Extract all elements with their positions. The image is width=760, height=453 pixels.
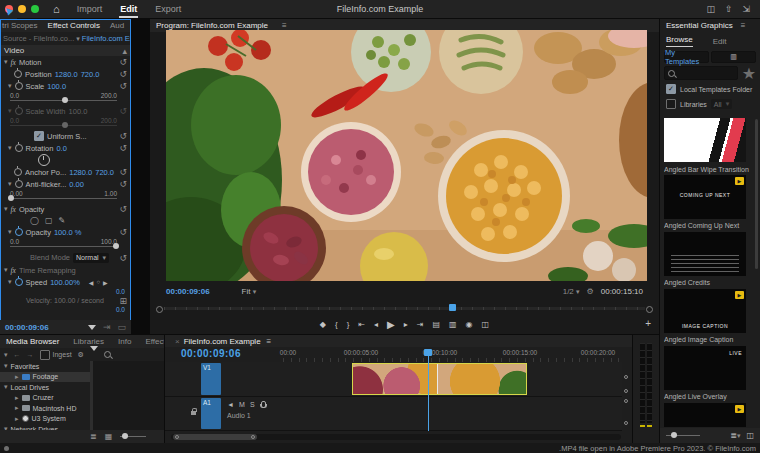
audio-meters-panel[interactable] bbox=[633, 335, 659, 443]
zoom-slider[interactable] bbox=[120, 436, 146, 437]
reset-icon[interactable]: ↺ bbox=[119, 253, 127, 263]
stopwatch-icon[interactable] bbox=[15, 278, 23, 286]
template-angled-image-caption[interactable]: IMAGE CAPTION▶Angled Image Caption bbox=[664, 289, 746, 343]
track-scrollbar[interactable] bbox=[624, 373, 630, 429]
chevron-down-icon[interactable]: ▾ bbox=[4, 351, 8, 359]
source-clip-name[interactable]: FileInfo.com Ex... bbox=[82, 34, 131, 43]
share-icon[interactable]: ⇧ bbox=[725, 4, 733, 14]
opacity-value[interactable]: 100.0 % bbox=[54, 228, 82, 237]
opacity-slider[interactable]: 0.0100.0 bbox=[0, 238, 131, 251]
templates-scrollbar[interactable] bbox=[755, 119, 758, 269]
local-templates-row[interactable]: ✓ Local Templates Folder bbox=[666, 84, 754, 94]
timeline-ruler[interactable]: 00:0000:00:05:0000:00:10:0000:00:15:0000… bbox=[283, 349, 622, 362]
search-input[interactable] bbox=[678, 69, 734, 78]
stopwatch-icon[interactable] bbox=[14, 70, 22, 78]
pen-mask-icon[interactable]: ✎ bbox=[59, 216, 66, 225]
position-row[interactable]: Position 1280.0 720.0 ↺ bbox=[0, 68, 131, 80]
ingest-checkbox[interactable] bbox=[40, 350, 50, 360]
menu-import[interactable]: Import bbox=[76, 2, 104, 16]
panel-menu-icon[interactable]: ≡ bbox=[741, 21, 746, 30]
essential-graphics-title[interactable]: Essential Graphics bbox=[666, 21, 733, 30]
my-templates-select[interactable]: My Templates bbox=[664, 51, 709, 63]
uniform-scale-checkbox[interactable]: ✓ bbox=[34, 131, 44, 141]
add-keyframe-icon[interactable]: ○ bbox=[96, 279, 100, 285]
template-thumbnail[interactable]: ▶ bbox=[664, 403, 746, 427]
rotation-dial[interactable] bbox=[38, 154, 50, 166]
tab-tri-scopes[interactable]: tri Scopes bbox=[2, 21, 38, 30]
thumbnail-view-icon[interactable]: ▦ bbox=[105, 432, 113, 441]
collapse-icon[interactable]: ▴ bbox=[122, 46, 127, 56]
tree-item-cruzer[interactable]: ▸Cruzer bbox=[0, 393, 90, 404]
libraries-checkbox[interactable] bbox=[666, 99, 676, 109]
template-angled-coming-up-next[interactable]: COMING UP NEXT▶Angled Coming Up Next bbox=[664, 175, 746, 229]
program-video-frame[interactable] bbox=[166, 30, 647, 281]
video-track-1[interactable]: V1 bbox=[165, 362, 622, 397]
template-angled-live-overlay[interactable]: LIVEAngled Live Overlay bbox=[664, 346, 746, 400]
position-x-value[interactable]: 1280.0 bbox=[55, 70, 78, 79]
timeline-clip[interactable] bbox=[352, 363, 527, 395]
minimize-window-button[interactable] bbox=[18, 5, 26, 13]
prev-keyframe-icon[interactable]: ◀ bbox=[89, 279, 94, 286]
menu-edit[interactable]: Edit bbox=[119, 2, 138, 18]
template-thumbnail[interactable] bbox=[664, 232, 746, 276]
reset-icon[interactable]: ↺ bbox=[119, 131, 127, 141]
search-box[interactable] bbox=[664, 66, 738, 80]
settings-wrench-icon[interactable]: ⚙ bbox=[587, 287, 594, 296]
ingest-toggle[interactable]: Ingest bbox=[40, 350, 72, 360]
button-editor-button[interactable]: + bbox=[645, 318, 651, 329]
timeline-hscrollbar[interactable] bbox=[171, 434, 621, 440]
anchor-x-value[interactable]: 1280.0 bbox=[69, 168, 92, 177]
next-keyframe-icon[interactable]: ▶ bbox=[103, 279, 108, 286]
program-playhead[interactable] bbox=[449, 304, 456, 311]
tree-item-favorites[interactable]: ▾Favorites bbox=[0, 361, 90, 372]
audio-track-1[interactable]: A1 ◄ M S Audio 1 bbox=[165, 397, 622, 431]
step-back-button[interactable]: ◂ bbox=[374, 320, 378, 329]
rect-mask-icon[interactable]: ▢ bbox=[45, 216, 53, 225]
workspaces-icon[interactable]: ◫ bbox=[706, 4, 715, 14]
filter-icon[interactable] bbox=[90, 351, 98, 358]
template-thumbnail[interactable] bbox=[664, 118, 746, 162]
tab-aud[interactable]: Aud bbox=[110, 21, 124, 30]
clip-segment-1[interactable] bbox=[353, 364, 437, 394]
panel-menu-icon[interactable]: ≡ bbox=[282, 21, 287, 30]
favorites-star-icon[interactable]: ★ bbox=[742, 64, 756, 83]
reset-icon[interactable]: ↺ bbox=[119, 57, 127, 67]
video-track-target[interactable]: V1 bbox=[201, 363, 221, 395]
template-thumbnail[interactable]: COMING UP NEXT▶ bbox=[664, 175, 746, 219]
lift-button[interactable]: ▤ bbox=[432, 320, 440, 329]
compare-icon[interactable]: ▭ bbox=[117, 322, 126, 332]
zoom-handle-left[interactable] bbox=[156, 306, 163, 313]
mark-out-button[interactable]: } bbox=[347, 320, 350, 329]
tab-effect-controls[interactable]: Effect Controls bbox=[48, 21, 100, 30]
tab-media-browser[interactable]: Media Browser bbox=[6, 337, 59, 346]
fullscreen-icon[interactable]: ⇲ bbox=[742, 4, 750, 14]
opacity-row[interactable]: ▾ Opacity 100.0 % ↺ bbox=[0, 226, 131, 238]
back-icon[interactable]: ← bbox=[14, 351, 21, 358]
rotation-row[interactable]: ▾ Rotation 0.0 ↺ bbox=[0, 142, 131, 154]
stopwatch-icon[interactable] bbox=[15, 82, 23, 90]
reset-icon[interactable]: ↺ bbox=[119, 143, 127, 153]
disclosure-icon[interactable]: ▸ bbox=[15, 373, 19, 381]
motion-effect-row[interactable]: ▾fx Motion ↺ bbox=[0, 56, 131, 68]
audio-track-target[interactable]: A1 bbox=[201, 398, 221, 429]
program-monitor-title[interactable]: Program: FileInfo.com Example bbox=[156, 21, 268, 30]
tree-item-u3-system[interactable]: ▸U3 System bbox=[0, 414, 90, 425]
zoom-handle-right[interactable] bbox=[646, 306, 653, 313]
disclosure-icon[interactable]: ▸ bbox=[15, 415, 19, 423]
voiceover-mic-icon[interactable] bbox=[261, 401, 266, 408]
tab-info[interactable]: Info bbox=[118, 337, 131, 346]
speaker-icon[interactable]: ◄ bbox=[227, 401, 234, 408]
timeline-timecode[interactable]: 00:00:09:06 bbox=[181, 348, 241, 359]
libraries-row[interactable]: Libraries All▾ bbox=[666, 99, 754, 109]
disclosure-icon[interactable]: ▸ bbox=[15, 394, 19, 402]
ellipse-mask-icon[interactable]: ◯ bbox=[30, 216, 39, 225]
template-angled-bar-wipe-transition[interactable]: Angled Bar Wipe Transitioni★ bbox=[664, 118, 746, 174]
go-to-out-button[interactable]: ⇥ bbox=[417, 320, 424, 329]
tab-libraries[interactable]: Libraries bbox=[73, 337, 104, 346]
local-templates-checkbox[interactable]: ✓ bbox=[666, 84, 676, 94]
scale-slider[interactable]: 0.0200.0 bbox=[0, 92, 131, 105]
list-view-icon[interactable]: ≣ bbox=[90, 432, 97, 441]
anti-flicker-value[interactable]: 0.00 bbox=[69, 180, 84, 189]
template-thumbnail[interactable]: LIVE bbox=[664, 346, 746, 390]
blend-mode-select[interactable]: Normal▾ bbox=[73, 253, 109, 263]
